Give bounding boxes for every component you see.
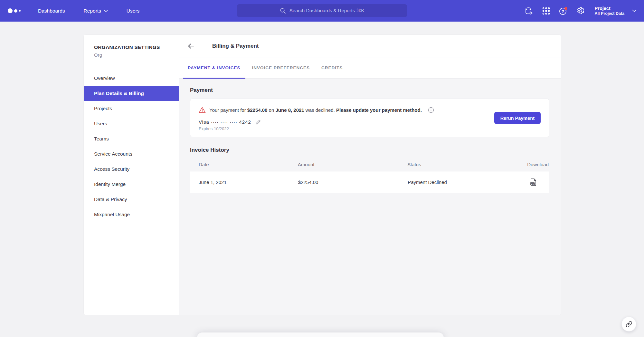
logo-dot-medium [14,9,17,13]
rerun-payment-button[interactable]: Rerun Payment [494,112,541,124]
card-on-file: Visa ···· ···· ···· 4242 [199,119,541,125]
nav-item-label: Users [127,8,139,14]
apps-grid-icon[interactable] [541,5,552,16]
settings-sidebar: ORGANIZATION SETTINGS Org Overview Plan … [84,35,179,315]
bottom-peek-panel [197,332,444,337]
alert-bold-suffix: Please update your payment method. [336,107,422,113]
sidebar-section-title: ORGANIZATION SETTINGS [84,44,179,50]
primary-nav: Dashboards Reports Users [38,8,139,14]
notification-dot [564,7,567,10]
column-header-date: Date [190,159,298,171]
app-root: Dashboards Reports Users Search Dashboar… [0,0,644,337]
nav-item-label: Reports [84,8,101,14]
link-icon [626,321,632,328]
sidebar-item-plan-details-billing[interactable]: Plan Details & Billing [84,86,179,101]
nav-item-label: Dashboards [38,8,65,14]
search-placeholder-text: Search Dashboards & Reports ⌘K [289,8,365,14]
tab-invoice-preferences[interactable]: INVOICE PREFERENCES [247,57,315,78]
card-number-masked: Visa ···· ···· ···· 4242 [199,119,251,125]
logo-dot-small [19,10,21,12]
grid-icon [542,7,550,15]
invoice-history-title: Invoice History [190,147,549,153]
payment-card: Your payment for $2254.00 on June 8, 202… [190,99,549,137]
settings-button[interactable] [575,5,586,16]
payment-declined-alert: Your payment for $2254.00 on June 8, 202… [199,107,541,113]
download-pdf-button[interactable]: PDF [530,178,536,186]
invoice-amount: $2254.00 [298,171,407,193]
global-search-input[interactable]: Search Dashboards & Reports ⌘K [237,4,407,17]
chevron-down-icon [104,10,108,12]
warning-icon [199,107,206,113]
card-expiry: Expires 10/2022 [199,126,541,131]
table-header-row: Date Amount Status Download [190,159,549,171]
info-icon[interactable] [428,107,434,113]
sidebar-item-projects[interactable]: Projects [84,101,179,116]
gear-icon [576,6,585,15]
table-row: June 1, 2021 $2254.00 Payment Declined [190,171,549,193]
project-switcher-text: Project All Project Data [595,5,624,16]
mixpanel-logo[interactable] [8,8,26,13]
sidebar-item-overview[interactable]: Overview [84,71,179,86]
alert-prefix: Your payment for [209,107,247,113]
billing-tabs: PAYMENT & INVOICES INVOICE PREFERENCES C… [179,57,561,79]
nav-item-dashboards[interactable]: Dashboards [38,8,65,14]
column-header-download: Download [506,159,549,171]
project-label: Project [595,5,624,11]
alert-middle: on [267,107,275,113]
alert-date: June 8, 2021 [275,107,304,113]
sidebar-item-users[interactable]: Users [84,116,179,131]
tab-credits[interactable]: CREDITS [317,57,347,78]
edit-card-button[interactable] [255,119,261,125]
page-title: Billing & Payment [203,35,259,57]
help-icon: ? [558,6,569,16]
alert-suffix: was declined. [304,107,336,113]
sidebar-item-data-privacy[interactable]: Data & Privacy [84,192,179,207]
tab-content: Payment Your payment for $2254.00 on Jun… [179,79,561,315]
database-gear-icon [524,6,533,15]
column-header-amount: Amount [298,159,407,171]
settings-panel: ORGANIZATION SETTINGS Org Overview Plan … [84,35,561,315]
sidebar-item-mixpanel-usage[interactable]: Mixpanel Usage [84,207,179,222]
payment-section-title: Payment [190,87,549,93]
sidebar-item-access-security[interactable]: Access Security [84,161,179,177]
invoice-history-table: Date Amount Status Download June 1, 2021… [190,159,549,193]
navbar-right: ? Project All Project Data [517,0,644,22]
column-header-status: Status [407,159,506,171]
project-value: All Project Data [595,11,624,16]
sidebar-org-name: Org [84,50,179,58]
pdf-file-icon: PDF [530,178,536,186]
sidebar-item-teams[interactable]: Teams [84,131,179,146]
sidebar-item-identity-merge[interactable]: Identity Merge [84,177,179,192]
data-management-icon[interactable] [523,5,534,16]
nav-item-reports[interactable]: Reports [84,8,108,14]
settings-main: Billing & Payment PAYMENT & INVOICES INV… [179,35,561,315]
arrow-left-icon [187,42,195,50]
copy-link-fab[interactable] [621,317,636,332]
invoice-date: June 1, 2021 [190,171,298,193]
sidebar-menu: Overview Plan Details & Billing Projects… [84,71,179,222]
top-navbar: Dashboards Reports Users Search Dashboar… [0,0,644,22]
pencil-icon [255,119,261,125]
tab-payment-invoices[interactable]: PAYMENT & INVOICES [183,57,245,78]
search-icon [280,8,286,14]
page-header: Billing & Payment [179,35,561,57]
chevron-down-icon [632,9,636,12]
project-switcher[interactable]: Project All Project Data [595,5,636,16]
alert-text: Your payment for $2254.00 on June 8, 202… [209,107,422,113]
invoice-status: Payment Declined [407,171,506,193]
back-button[interactable] [179,35,203,57]
nav-item-users[interactable]: Users [127,8,139,14]
sidebar-item-service-accounts[interactable]: Service Accounts [84,146,179,161]
svg-text:?: ? [562,9,564,14]
help-button[interactable]: ? [558,5,569,16]
logo-dot-large [8,8,13,13]
svg-text:PDF: PDF [531,183,535,185]
alert-amount: $2254.00 [247,107,268,113]
